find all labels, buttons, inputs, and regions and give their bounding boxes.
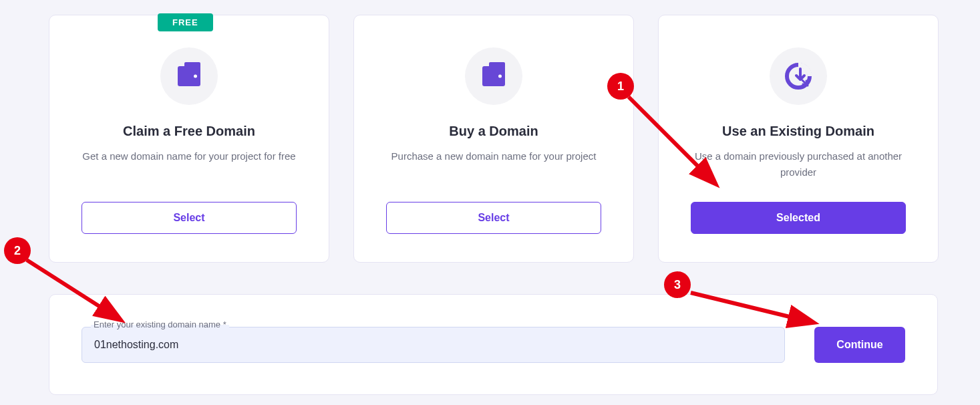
card-title: Claim a Free Domain	[123, 124, 255, 139]
card-title: Buy a Domain	[449, 124, 538, 139]
card-claim-free-domain: FREE Claim a Free Domain Get a new domai…	[49, 15, 329, 263]
domain-entry-panel: Enter your existing domain name * Contin…	[49, 294, 938, 395]
card-use-existing-domain: Use an Existing Domain Use a domain prev…	[658, 15, 939, 263]
free-badge: FREE	[158, 13, 213, 31]
card-desc: Get a new domain name for your project f…	[82, 148, 295, 180]
wallet-icon	[482, 66, 505, 86]
select-button-buy[interactable]: Select	[386, 202, 601, 234]
annotation-step-1: 1	[607, 73, 634, 100]
card-desc: Purchase a new domain name for your proj…	[391, 148, 597, 180]
wallet-icon-circle	[465, 47, 522, 105]
select-button-claim[interactable]: Select	[81, 202, 297, 234]
continue-button[interactable]: Continue	[814, 327, 905, 363]
globe-arrow-icon	[784, 62, 812, 90]
globe-icon-circle	[770, 47, 827, 105]
domain-field-wrap: Enter your existing domain name *	[81, 327, 785, 363]
domain-field-label: Enter your existing domain name *	[91, 319, 229, 329]
annotation-step-2: 2	[4, 237, 31, 264]
wallet-icon-circle	[160, 47, 218, 105]
card-desc: Use a domain previously purchased at ano…	[685, 148, 911, 180]
card-title: Use an Existing Domain	[722, 124, 874, 139]
wallet-icon	[178, 66, 200, 86]
existing-domain-input[interactable]	[81, 327, 785, 363]
card-buy-domain: Buy a Domain Purchase a new domain name …	[353, 15, 634, 263]
selected-button-existing[interactable]: Selected	[691, 202, 906, 234]
annotation-step-3: 3	[664, 271, 691, 298]
